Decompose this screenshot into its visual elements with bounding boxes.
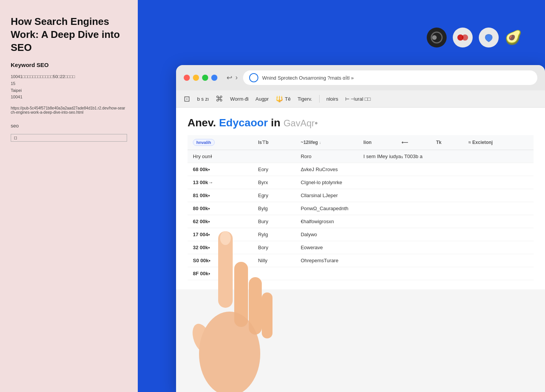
table-row: S0 00k• Nilly OhrepemsTurare	[188, 254, 534, 267]
toolbar-item-augpr[interactable]: Augpr	[256, 96, 269, 102]
cell-keyword-1: CIgnel-lo ptolynrke	[295, 176, 534, 189]
keyword-label: Keyword SEO	[11, 62, 127, 68]
cell-country-1: Byrx	[253, 176, 295, 189]
filter-cell-1: Hry ounƗ	[188, 150, 295, 163]
toolbar-icon-2[interactable]: ⌘	[215, 94, 223, 103]
svg-point-1	[432, 35, 437, 40]
sidebar: How Search Engines Work: A Deep Dive int…	[0, 0, 138, 392]
cell-country-2: Egry	[253, 189, 295, 202]
browser-chrome: ↩ › Wnind Sprotech Ovsarroning ?rnats αǐ…	[176, 65, 545, 90]
table-filter-row: Hry ounƗ Roro I sem IMey iudya₁ T003b a	[188, 150, 534, 163]
col-header-lstb[interactable]: ls⊤b	[253, 135, 295, 150]
cell-volume-1: 13 00k→	[188, 176, 253, 189]
heading-part4: GavAqr•	[284, 118, 318, 129]
table-row: 13 00k→ Byrx CIgnel-lo ptolynrke	[188, 176, 534, 189]
cell-country-7: Nilly	[253, 254, 295, 267]
tag-label: seo	[11, 123, 127, 129]
heading-part3: in	[271, 117, 281, 129]
cell-country-3: Bylg	[253, 202, 295, 215]
secure-icon	[249, 73, 258, 82]
app-toolbar: ⊡ b s zι ⌘ Worm·đi Augpr 🔱 Tē Tigerv. nl…	[176, 90, 545, 108]
cell-volume-2: 81 00k•	[188, 189, 253, 202]
maximize-button[interactable]	[202, 75, 208, 81]
cell-keyword-7: OhrepemsTurare	[295, 254, 534, 267]
heading-part1: Anev.	[188, 117, 216, 129]
toolbar-item-ural[interactable]: ⊢ ⊣ural □□	[345, 96, 371, 102]
traffic-lights	[184, 75, 217, 81]
filter-cell-3: I sem IMey iudya₁ T003b a	[358, 150, 534, 163]
cell-country-6: Bory	[253, 241, 295, 254]
article-url: https://pub-5c454f571b8e40a3a2aad27ade84…	[11, 106, 127, 114]
minimize-button[interactable]	[193, 75, 199, 81]
cell-volume-8: 8F 00k•	[188, 267, 253, 280]
filter-badge-invalih: hnvalih	[193, 139, 215, 146]
cell-country-4: Bury	[253, 215, 295, 228]
meta-code: 10041□□□□□□□□□□□□50□22□□□□ 15 Taipei 100…	[11, 74, 127, 100]
forward-icon[interactable]: ›	[235, 74, 238, 82]
cell-volume-7: S0 00k•	[188, 254, 253, 267]
cell-keyword-2: Cllarsinal LJeper	[295, 189, 534, 202]
data-table: hnvalih ls⊤b ~12lifeg ↓ lion ⟵ Tk ≈ Exci…	[188, 135, 534, 280]
toolbar-item-te[interactable]: 🔱 Tē	[276, 95, 290, 103]
filter-text-3: I sem IMey iudya₁ T003b a	[364, 154, 423, 159]
browser-content: Anev. Edycaoor in GavAqr• hnvalih ls⊤b ~…	[176, 108, 545, 289]
filter-text-1: Hry ounƗ	[193, 154, 212, 159]
cell-volume-6: 32 00k•	[188, 241, 253, 254]
cell-country-5: Rylg	[253, 228, 295, 241]
article-title: How Search Engines Work: A Deep Dive int…	[11, 15, 127, 54]
cell-volume-5: 17 004•	[188, 228, 253, 241]
data-table-wrapper: hnvalih ls⊤b ~12lifeg ↓ lion ⟵ Tk ≈ Exci…	[188, 135, 534, 280]
table-row: 81 00k• Egry Cllarsinal LJeper	[188, 189, 534, 202]
table-row: 8F 00k•	[188, 267, 534, 280]
table-row: 68 00k• Eory ΔvkeJ RuCroves	[188, 163, 534, 176]
cell-volume-4: 62 00k•	[188, 215, 253, 228]
toolbar-item-nloirs[interactable]: nloirs	[326, 96, 338, 102]
browser-icons: 🥑	[427, 28, 522, 47]
cell-keyword-6: Eowerave	[295, 241, 534, 254]
table-body: 68 00k• Eory ΔvkeJ RuCroves 13 00k→ Byrx…	[188, 163, 534, 280]
col-header-12lifeg[interactable]: ~12lifeg ↓	[295, 135, 358, 150]
cell-keyword-0: ΔvkeJ RuCroves	[295, 163, 534, 176]
table-row: 17 004• Rylg Dalywo	[188, 228, 534, 241]
table-row: 32 00k• Bory Eowerave	[188, 241, 534, 254]
toolbar-item-wormdi[interactable]: Worm·đi	[230, 96, 248, 102]
cell-keyword-4: €halfowigrosxn	[295, 215, 534, 228]
address-bar[interactable]: Wnind Sprotech Ovsarroning ?rnats αǐtl »	[243, 70, 537, 85]
cell-volume-0: 68 00k•	[188, 163, 253, 176]
table-row: 80 00k• Bylg PonwΩ_Caurapednth	[188, 202, 534, 215]
cell-volume-3: 80 00k•	[188, 202, 253, 215]
filter-cell-2: Roro	[295, 150, 358, 163]
col-header-invalih[interactable]: hnvalih	[188, 135, 253, 150]
toolbar-item-tigerv[interactable]: Tigerv.	[297, 96, 312, 102]
browser-icon-2[interactable]	[453, 28, 473, 47]
cell-keyword-5: Dalywo	[295, 228, 534, 241]
back-icon[interactable]: ↩	[227, 74, 232, 82]
browser-icon-1[interactable]	[427, 28, 447, 47]
cell-country-0: Eory	[253, 163, 295, 176]
page-heading: Anev. Edycaoor in GavAqr•	[188, 117, 534, 129]
svg-point-3	[462, 34, 468, 41]
browser-window: ↩ › Wnind Sprotech Ovsarroning ?rnats αǐ…	[176, 65, 545, 392]
close-button[interactable]	[184, 75, 190, 81]
col-header-arrow[interactable]: ⟵	[396, 135, 431, 150]
filter-text-2: Roro	[301, 154, 312, 159]
cell-keyword-8	[295, 267, 534, 280]
toolbar-divider	[319, 95, 320, 103]
cell-keyword-3: PonwΩ_Caurapednth	[295, 202, 534, 215]
tag-box: □	[11, 134, 127, 142]
toolbar-item-bszi[interactable]: b s zι	[197, 96, 209, 102]
col-header-tk[interactable]: Tk	[431, 135, 463, 150]
main-area: 🥑 ↩ › Wnind Sprotech Ovsarroning ?rnats …	[138, 0, 545, 392]
col-header-lion[interactable]: lion	[358, 135, 396, 150]
extra-button[interactable]	[211, 75, 217, 81]
cell-country-8	[253, 267, 295, 280]
browser-icon-3[interactable]	[479, 28, 499, 47]
address-text: Wnind Sprotech Ovsarroning ?rnats αǐtl »	[262, 75, 354, 81]
avocado-icon: 🥑	[505, 29, 522, 46]
heading-part2: Edycaoor	[219, 117, 268, 129]
nav-buttons: ↩ ›	[227, 74, 238, 82]
toolbar-icon-1[interactable]: ⊡	[184, 94, 190, 103]
col-header-excietonj[interactable]: ≈ Excietonj	[463, 135, 534, 150]
table-row: 62 00k• Bury €halfowigrosxn	[188, 215, 534, 228]
table-header-row: hnvalih ls⊤b ~12lifeg ↓ lion ⟵ Tk ≈ Exci…	[188, 135, 534, 150]
